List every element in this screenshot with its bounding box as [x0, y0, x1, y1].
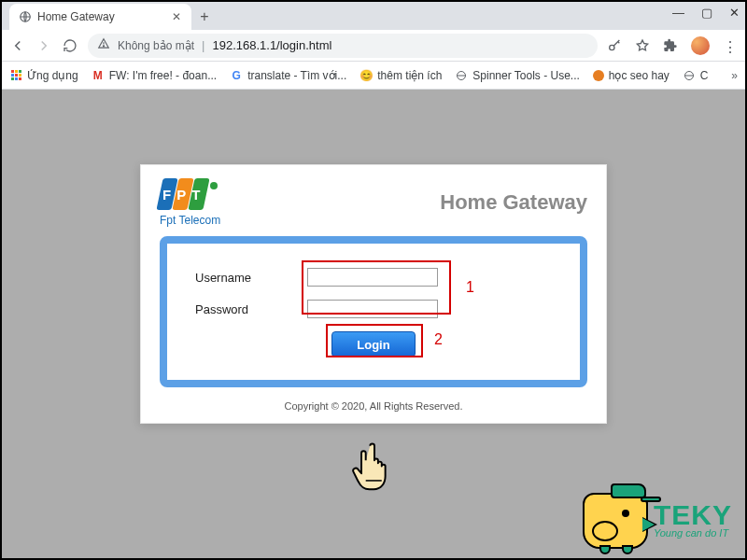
duck-icon — [583, 493, 648, 549]
page-title: Home Gateway — [440, 190, 587, 215]
profile-avatar[interactable] — [691, 36, 710, 55]
bookmark-item[interactable]: học seo hay — [593, 69, 669, 82]
copyright-text: Copyright © 2020, All Rights Reserved. — [160, 400, 587, 412]
close-button[interactable]: ✕ — [729, 6, 740, 20]
bookmark-item[interactable]: Spinner Tools - Use... — [455, 69, 580, 82]
security-label: Không bảo mật — [118, 39, 194, 52]
forward-button[interactable] — [35, 37, 52, 54]
back-button[interactable] — [9, 37, 26, 54]
maximize-button[interactable]: ▢ — [701, 6, 712, 20]
browser-tab[interactable]: Home Gateway ✕ — [9, 4, 191, 30]
login-panel: FPT Fpt Telecom Home Gateway Username Pa… — [140, 164, 607, 424]
address-bar: Không bảo mật | 192.168.1.1/login.html ⋮ — [2, 30, 745, 62]
login-form: Username Password Login 1 2 — [160, 236, 587, 387]
key-icon[interactable] — [607, 38, 622, 53]
svg-point-2 — [103, 46, 104, 47]
not-secure-icon — [97, 37, 110, 53]
annotation-number-1: 1 — [466, 279, 474, 296]
extensions-icon[interactable] — [663, 38, 678, 53]
password-label: Password — [195, 302, 307, 316]
apps-button[interactable]: Ứng dụng — [9, 69, 78, 82]
brand-logo: FPT Fpt Telecom — [160, 178, 220, 227]
minimize-button[interactable]: — — [672, 6, 684, 20]
watermark: TEKY Young can do IT — [583, 493, 732, 549]
apps-label: Ứng dụng — [27, 69, 78, 82]
extension-icon: 😊 — [359, 69, 373, 82]
google-icon: G — [230, 69, 243, 82]
page-viewport: FPT Fpt Telecom Home Gateway Username Pa… — [2, 90, 745, 558]
url-input[interactable]: Không bảo mật | 192.168.1.1/login.html — [88, 34, 598, 58]
watermark-slogan: Young can do IT — [654, 527, 732, 539]
bookmark-item[interactable]: G translate - Tìm với... — [230, 69, 346, 82]
new-tab-button[interactable]: + — [191, 4, 218, 30]
bookmark-item[interactable]: M FW: I'm free! - đoan... — [92, 69, 217, 82]
username-label: Username — [195, 271, 307, 285]
seo-icon — [593, 70, 604, 81]
bookmarks-bar: Ứng dụng M FW: I'm free! - đoan... G tra… — [2, 62, 745, 90]
tab-title: Home Gateway — [37, 10, 165, 23]
browser-window: — ▢ ✕ Home Gateway ✕ + Không bảo mật | 1… — [2, 2, 745, 558]
watermark-name: TEKY — [654, 503, 732, 527]
svg-point-3 — [610, 45, 614, 49]
globe-icon — [455, 69, 468, 82]
bookmarks-overflow-icon[interactable]: » — [731, 69, 738, 82]
window-controls: — ▢ ✕ — [672, 6, 740, 20]
star-icon[interactable] — [635, 38, 650, 53]
annotation-box-1 — [302, 260, 451, 315]
bookmark-item[interactable]: 😊 thêm tiện ích — [359, 69, 442, 82]
annotation-number-2: 2 — [434, 331, 443, 348]
tab-close-icon[interactable]: ✕ — [171, 10, 182, 23]
reload-button[interactable] — [62, 37, 78, 54]
globe-icon — [19, 10, 32, 23]
menu-icon[interactable]: ⋮ — [723, 38, 738, 53]
url-text: 192.168.1.1/login.html — [212, 38, 331, 52]
bookmark-item[interactable]: C — [683, 69, 709, 82]
pointer-hand-icon — [351, 439, 398, 495]
annotation-box-2 — [326, 324, 423, 357]
globe-icon — [683, 69, 696, 82]
brand-subtitle: Fpt Telecom — [160, 214, 220, 227]
gmail-icon: M — [92, 69, 105, 82]
